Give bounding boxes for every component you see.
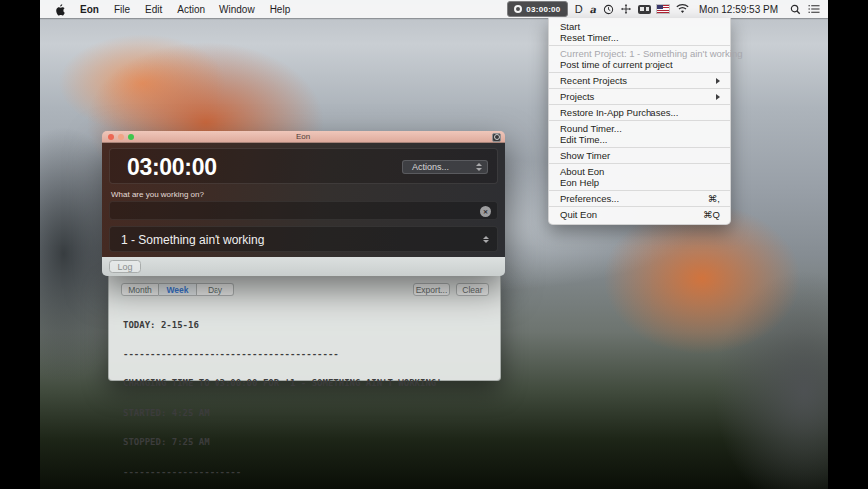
menu-separator — [549, 190, 730, 191]
menu-item-reset-timer[interactable]: Reset Timer... — [549, 32, 730, 43]
menubar-left: Eon File Edit Action Window Help — [40, 3, 290, 16]
menu-item-quit-eon[interactable]: Quit Eon⌘Q — [549, 209, 730, 220]
project-select-value: 1 - Something ain't working — [121, 233, 264, 246]
menu-item-projects[interactable]: Projects — [549, 91, 730, 102]
menu-item-show-timer[interactable]: Show Timer — [549, 150, 730, 161]
eon-window: Eon 03:00:00 Actions... What are you wor… — [102, 131, 505, 276]
menubar-item-edit[interactable]: Edit — [145, 4, 162, 15]
apple-logo-icon — [55, 3, 65, 16]
menubar-item-eon[interactable]: Eon — [80, 4, 99, 15]
menu-item-current-project: Current Project: 1 - Something ain't wor… — [549, 48, 730, 59]
menu-item-post-time[interactable]: Post time of current project — [549, 59, 730, 70]
log-toggle-button[interactable]: Log — [109, 260, 141, 273]
working-on-label: What are you working on? — [111, 190, 204, 199]
clear-button[interactable]: Clear — [456, 283, 489, 296]
minimize-button[interactable] — [118, 134, 124, 140]
us-flag-input-icon[interactable] — [657, 5, 669, 13]
menu-item-restore-purchases[interactable]: Restore In-App Purchases... — [549, 107, 730, 118]
log-line: STOPPED: 7:25 AM — [123, 438, 442, 448]
menu-item-about-eon[interactable]: About Eon — [549, 166, 730, 177]
wifi-icon[interactable] — [676, 4, 689, 14]
notification-center-icon[interactable] — [808, 4, 820, 14]
menu-item-round-timer[interactable]: Round Timer... — [549, 123, 730, 134]
menu-separator — [549, 104, 730, 105]
menu-item-start[interactable]: Start — [549, 21, 730, 32]
clear-input-icon[interactable] — [480, 206, 491, 217]
window-title: Eon — [102, 131, 505, 143]
stepper-arrows-icon — [483, 236, 489, 244]
menubar-item-help[interactable]: Help — [270, 4, 291, 15]
log-line: TODAY: 2-15-16 — [123, 321, 442, 331]
menu-shortcut: ⌘Q — [703, 209, 720, 220]
a-menu-extra-icon[interactable]: a — [590, 4, 596, 15]
window-footer: Log — [102, 257, 505, 276]
eon-dropdown-menu: Start Reset Timer... Current Project: 1 … — [548, 18, 731, 225]
menu-item-recent-projects[interactable]: Recent Projects — [549, 75, 730, 86]
menu-item-edit-time[interactable]: Edit Time... — [549, 134, 730, 145]
window-body: 03:00:00 Actions... What are you working… — [102, 143, 505, 257]
actions-dropdown-button[interactable]: Actions... — [402, 160, 488, 174]
eon-status-item[interactable]: 03:00:00 — [507, 1, 567, 17]
timer-display: 03:00:00 — [127, 152, 217, 182]
export-button[interactable]: Export... — [413, 283, 450, 296]
menubar-status-area: 03:00:00 D a Mon 12:59:53 PM — [507, 1, 828, 17]
segment-day[interactable]: Day — [197, 283, 234, 296]
segment-week[interactable]: Week — [159, 283, 197, 296]
window-titlebar[interactable]: Eon — [102, 131, 505, 143]
spotlight-search-icon[interactable] — [790, 4, 801, 15]
titlebar-accessory-button[interactable] — [492, 133, 501, 142]
menubar-item-window[interactable]: Window — [219, 4, 255, 15]
menu-shortcut: ⌘, — [708, 193, 720, 204]
submenu-arrow-icon — [716, 94, 720, 100]
menubar-clock[interactable]: Mon 12:59:53 PM — [699, 4, 778, 15]
menu-separator — [549, 206, 730, 207]
menubar-item-file[interactable]: File — [114, 4, 130, 15]
menu-item-eon-help[interactable]: Eon Help — [549, 177, 730, 188]
log-line: ---------------------------------------- — [123, 350, 442, 360]
history-clock-icon[interactable] — [603, 4, 614, 15]
log-line: STARTED: 4:25 AM — [123, 409, 442, 419]
log-line: ---------------------- — [123, 468, 442, 478]
desktop-screen: Eon File Edit Action Window Help 03:00:0… — [40, 0, 828, 489]
log-line: CHANGING TIME TO 03:00:00 FOR '1 - SOMET… — [123, 379, 442, 389]
task-input[interactable] — [109, 201, 498, 220]
menu-separator — [549, 72, 730, 73]
segment-month[interactable]: Month — [121, 283, 159, 296]
log-output: TODAY: 2-15-16 -------------------------… — [123, 301, 442, 489]
menu-separator — [549, 120, 730, 121]
menu-separator — [549, 45, 730, 46]
zoom-button[interactable] — [128, 134, 134, 140]
eon-timer-icon — [514, 5, 522, 13]
menubar: Eon File Edit Action Window Help 03:00:0… — [40, 0, 828, 18]
timer-display-panel: 03:00:00 Actions... — [109, 148, 498, 184]
close-button[interactable] — [108, 134, 114, 140]
keyboard-indicator-icon[interactable] — [638, 5, 651, 14]
log-drawer: Month Week Day Export... Clear TODAY: 2-… — [108, 276, 501, 381]
eon-status-timer: 03:00:00 — [526, 5, 560, 14]
submenu-arrow-icon — [716, 78, 720, 84]
apple-menu[interactable] — [55, 3, 65, 16]
menu-separator — [549, 88, 730, 89]
menubar-item-action[interactable]: Action — [177, 4, 205, 15]
menu-item-preferences[interactable]: Preferences...⌘, — [549, 193, 730, 204]
menu-separator — [549, 163, 730, 164]
move-crosshair-icon[interactable] — [621, 4, 631, 14]
project-select[interactable]: 1 - Something ain't working — [109, 226, 498, 252]
menu-separator — [549, 147, 730, 148]
period-segmented-control: Month Week Day — [121, 283, 234, 296]
popup-arrows-icon — [476, 163, 482, 171]
d-menu-extra-icon[interactable]: D — [575, 3, 583, 15]
